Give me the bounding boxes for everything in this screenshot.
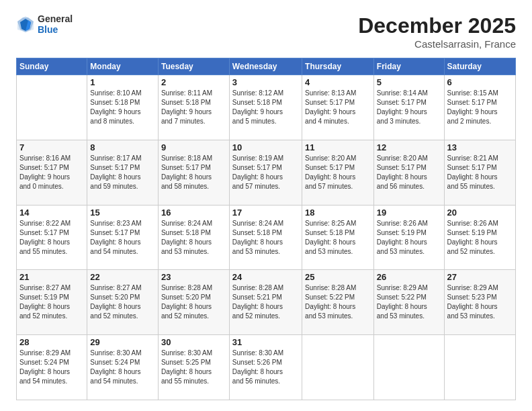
calendar-cell: 21Sunrise: 8:27 AM Sunset: 5:19 PM Dayli… (17, 270, 87, 335)
calendar-cell: 1Sunrise: 8:10 AM Sunset: 5:18 PM Daylig… (87, 75, 159, 140)
day-info: Sunrise: 8:13 AM Sunset: 5:17 PM Dayligh… (305, 89, 371, 126)
logo-icon (16, 15, 35, 34)
day-info: Sunrise: 8:11 AM Sunset: 5:18 PM Dayligh… (161, 89, 226, 126)
day-info: Sunrise: 8:24 AM Sunset: 5:18 PM Dayligh… (232, 219, 299, 257)
day-number: 14 (19, 208, 84, 218)
logo-text: General Blue (38, 13, 73, 35)
calendar-cell: 16Sunrise: 8:24 AM Sunset: 5:18 PM Dayli… (158, 205, 229, 270)
calendar-cell: 2Sunrise: 8:11 AM Sunset: 5:18 PM Daylig… (158, 75, 229, 140)
day-number: 17 (232, 208, 299, 218)
day-info: Sunrise: 8:26 AM Sunset: 5:19 PM Dayligh… (447, 219, 513, 257)
day-info: Sunrise: 8:22 AM Sunset: 5:17 PM Dayligh… (19, 219, 84, 257)
day-info: Sunrise: 8:18 AM Sunset: 5:17 PM Dayligh… (161, 154, 226, 191)
day-header-friday: Friday (373, 58, 444, 75)
day-info: Sunrise: 8:19 AM Sunset: 5:17 PM Dayligh… (232, 154, 299, 191)
day-info: Sunrise: 8:17 AM Sunset: 5:17 PM Dayligh… (90, 154, 155, 191)
title-block: December 2025 Castelsarrasin, France (358, 13, 516, 50)
day-number: 31 (232, 337, 299, 347)
day-number: 4 (305, 77, 371, 87)
day-number: 29 (90, 337, 155, 347)
location: Castelsarrasin, France (358, 38, 516, 50)
day-info: Sunrise: 8:14 AM Sunset: 5:17 PM Dayligh… (377, 89, 441, 126)
calendar-cell: 22Sunrise: 8:27 AM Sunset: 5:20 PM Dayli… (87, 270, 159, 335)
day-number: 9 (161, 142, 226, 152)
day-header-thursday: Thursday (302, 58, 374, 75)
day-number: 11 (305, 142, 371, 152)
calendar-cell: 4Sunrise: 8:13 AM Sunset: 5:17 PM Daylig… (302, 75, 374, 140)
calendar-cell (444, 335, 515, 400)
day-info: Sunrise: 8:15 AM Sunset: 5:17 PM Dayligh… (447, 89, 513, 126)
calendar-cell: 8Sunrise: 8:17 AM Sunset: 5:17 PM Daylig… (87, 140, 159, 205)
calendar-cell: 15Sunrise: 8:23 AM Sunset: 5:17 PM Dayli… (87, 205, 159, 270)
day-info: Sunrise: 8:28 AM Sunset: 5:22 PM Dayligh… (305, 283, 371, 321)
logo: General Blue (16, 13, 73, 35)
day-number: 18 (305, 208, 371, 218)
day-info: Sunrise: 8:27 AM Sunset: 5:20 PM Dayligh… (90, 283, 155, 321)
day-info: Sunrise: 8:16 AM Sunset: 5:17 PM Dayligh… (19, 154, 84, 191)
calendar-cell: 3Sunrise: 8:12 AM Sunset: 5:18 PM Daylig… (229, 75, 302, 140)
day-header-monday: Monday (87, 58, 159, 75)
day-number: 19 (377, 208, 441, 218)
calendar-cell: 20Sunrise: 8:26 AM Sunset: 5:19 PM Dayli… (444, 205, 515, 270)
calendar-cell (373, 335, 444, 400)
day-info: Sunrise: 8:20 AM Sunset: 5:17 PM Dayligh… (305, 154, 371, 191)
calendar-cell: 26Sunrise: 8:29 AM Sunset: 5:22 PM Dayli… (373, 270, 444, 335)
logo-general: General (38, 13, 73, 24)
calendar-cell: 7Sunrise: 8:16 AM Sunset: 5:17 PM Daylig… (17, 140, 87, 205)
day-number: 10 (232, 142, 299, 152)
day-number: 3 (232, 77, 299, 87)
day-number: 26 (377, 272, 441, 282)
day-info: Sunrise: 8:26 AM Sunset: 5:19 PM Dayligh… (377, 219, 441, 257)
day-info: Sunrise: 8:28 AM Sunset: 5:21 PM Dayligh… (232, 283, 299, 321)
calendar-cell: 29Sunrise: 8:30 AM Sunset: 5:24 PM Dayli… (87, 335, 159, 400)
calendar-cell: 24Sunrise: 8:28 AM Sunset: 5:21 PM Dayli… (229, 270, 302, 335)
day-header-tuesday: Tuesday (158, 58, 229, 75)
day-number: 5 (377, 77, 441, 87)
calendar-cell: 25Sunrise: 8:28 AM Sunset: 5:22 PM Dayli… (302, 270, 374, 335)
day-number: 30 (161, 337, 226, 347)
day-number: 28 (19, 337, 84, 347)
day-number: 23 (161, 272, 226, 282)
day-info: Sunrise: 8:20 AM Sunset: 5:17 PM Dayligh… (377, 154, 441, 191)
day-number: 20 (447, 208, 513, 218)
day-number: 22 (90, 272, 155, 282)
day-header-wednesday: Wednesday (229, 58, 302, 75)
calendar-table: SundayMondayTuesdayWednesdayThursdayFrid… (16, 58, 516, 400)
day-number: 21 (19, 272, 84, 282)
logo-blue: Blue (38, 24, 73, 35)
calendar-cell: 5Sunrise: 8:14 AM Sunset: 5:17 PM Daylig… (373, 75, 444, 140)
day-info: Sunrise: 8:30 AM Sunset: 5:25 PM Dayligh… (161, 349, 226, 386)
day-info: Sunrise: 8:30 AM Sunset: 5:26 PM Dayligh… (232, 349, 299, 386)
day-number: 13 (447, 142, 513, 152)
day-info: Sunrise: 8:12 AM Sunset: 5:18 PM Dayligh… (232, 89, 299, 126)
calendar-cell: 31Sunrise: 8:30 AM Sunset: 5:26 PM Dayli… (229, 335, 302, 400)
calendar-cell: 13Sunrise: 8:21 AM Sunset: 5:17 PM Dayli… (444, 140, 515, 205)
day-info: Sunrise: 8:30 AM Sunset: 5:24 PM Dayligh… (90, 349, 155, 386)
day-number: 12 (377, 142, 441, 152)
calendar-cell: 9Sunrise: 8:18 AM Sunset: 5:17 PM Daylig… (158, 140, 229, 205)
calendar-cell: 19Sunrise: 8:26 AM Sunset: 5:19 PM Dayli… (373, 205, 444, 270)
calendar-cell: 10Sunrise: 8:19 AM Sunset: 5:17 PM Dayli… (229, 140, 302, 205)
calendar-cell: 23Sunrise: 8:28 AM Sunset: 5:20 PM Dayli… (158, 270, 229, 335)
day-info: Sunrise: 8:29 AM Sunset: 5:22 PM Dayligh… (377, 283, 441, 321)
day-number: 27 (447, 272, 513, 282)
day-number: 2 (161, 77, 226, 87)
day-number: 6 (447, 77, 513, 87)
day-number: 16 (161, 208, 226, 218)
calendar-cell: 12Sunrise: 8:20 AM Sunset: 5:17 PM Dayli… (373, 140, 444, 205)
day-number: 24 (232, 272, 299, 282)
day-header-sunday: Sunday (17, 58, 87, 75)
calendar-cell: 27Sunrise: 8:29 AM Sunset: 5:23 PM Dayli… (444, 270, 515, 335)
day-number: 25 (305, 272, 371, 282)
header: General Blue December 2025 Castelsarrasi… (16, 13, 516, 50)
calendar-cell: 11Sunrise: 8:20 AM Sunset: 5:17 PM Dayli… (302, 140, 374, 205)
day-info: Sunrise: 8:23 AM Sunset: 5:17 PM Dayligh… (90, 219, 155, 257)
day-number: 7 (19, 142, 84, 152)
day-number: 1 (90, 77, 155, 87)
page: General Blue December 2025 Castelsarrasi… (0, 0, 532, 411)
day-info: Sunrise: 8:21 AM Sunset: 5:17 PM Dayligh… (447, 154, 513, 191)
calendar-cell: 6Sunrise: 8:15 AM Sunset: 5:17 PM Daylig… (444, 75, 515, 140)
day-info: Sunrise: 8:27 AM Sunset: 5:19 PM Dayligh… (19, 283, 84, 321)
day-info: Sunrise: 8:29 AM Sunset: 5:24 PM Dayligh… (19, 349, 84, 386)
calendar-cell: 30Sunrise: 8:30 AM Sunset: 5:25 PM Dayli… (158, 335, 229, 400)
